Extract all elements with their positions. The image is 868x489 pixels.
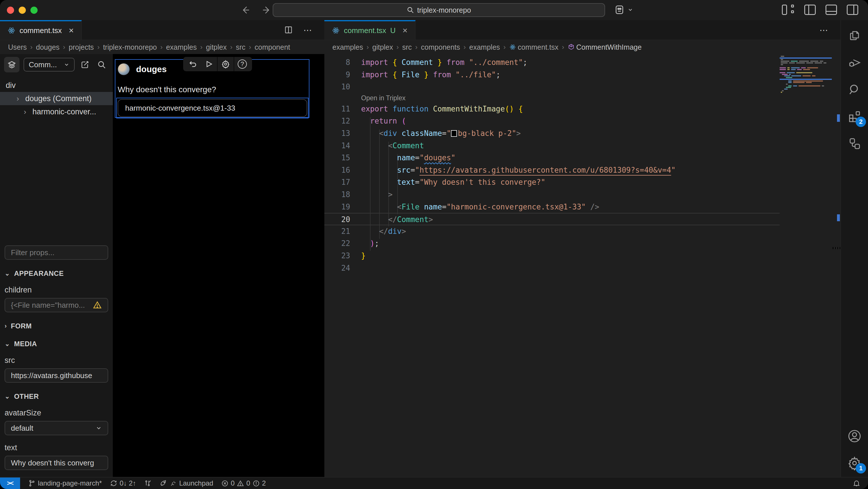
search-icon[interactable] bbox=[845, 81, 864, 99]
children-prop-input[interactable]: {<File name="harmo... bbox=[5, 298, 108, 312]
breadcrumb-item[interactable]: Users bbox=[8, 43, 27, 51]
settings-gear-icon[interactable]: 1 bbox=[845, 454, 864, 472]
code-line-13[interactable]: 13 <div className="bg-black p-2"> bbox=[324, 127, 780, 140]
search-icon[interactable] bbox=[95, 58, 108, 71]
breadcrumb-item[interactable]: components bbox=[421, 43, 460, 51]
section-other[interactable]: ⌄OTHER bbox=[0, 393, 113, 401]
breadcrumb-item[interactable]: src bbox=[402, 43, 412, 51]
tab-comment-tsx-left[interactable]: comment.tsx × bbox=[0, 20, 82, 40]
breadcrumb-item[interactable]: examples bbox=[166, 43, 197, 51]
maximize-window-button[interactable] bbox=[30, 7, 38, 14]
tree-item-div[interactable]: div bbox=[0, 79, 113, 92]
tab-comment-tsx-right[interactable]: comment.tsx U × bbox=[324, 20, 415, 40]
file-chip[interactable]: harmonic-convergence.tsx@1-33 bbox=[118, 99, 307, 117]
code-lens-open-in-triplex[interactable]: Open in Triplex bbox=[324, 93, 780, 103]
line-number: 16 bbox=[324, 164, 350, 176]
run-debug-icon[interactable] bbox=[845, 53, 864, 72]
layers-button[interactable] bbox=[4, 57, 20, 73]
split-editor-icon[interactable] bbox=[284, 25, 293, 34]
right-breadcrumb[interactable]: examples›gitplex›src›components›examples… bbox=[324, 40, 840, 54]
code-line-8[interactable]: 8import { Comment } from "../comment"; bbox=[324, 56, 780, 69]
minimize-window-button[interactable] bbox=[19, 7, 26, 14]
code-line-18[interactable]: 18 > bbox=[324, 189, 780, 201]
left-breadcrumb[interactable]: Users›douges›projects›triplex-monorepo›e… bbox=[0, 40, 324, 54]
breadcrumb-item[interactable]: gitplex bbox=[372, 43, 393, 51]
help-icon[interactable]: ? bbox=[234, 57, 250, 71]
breadcrumb-item[interactable]: examples bbox=[332, 43, 363, 51]
code-line-12[interactable]: 12 return ( bbox=[324, 115, 780, 127]
code-line-24[interactable]: 24 bbox=[324, 262, 780, 275]
customize-layout-icon[interactable] bbox=[782, 5, 795, 15]
toggle-panel-icon[interactable] bbox=[826, 5, 837, 15]
tree-item-harmonic-conver-[interactable]: ›harmonic-conver... bbox=[0, 105, 113, 118]
code-line-20[interactable]: 20 </Comment> bbox=[324, 213, 780, 225]
toggle-secondary-sidebar-icon[interactable] bbox=[847, 5, 858, 15]
title-bar: triplex-monorepo bbox=[0, 0, 868, 20]
breadcrumb-item[interactable]: examples bbox=[469, 43, 500, 51]
src-prop-input[interactable]: https://avatars.githubuse bbox=[5, 368, 108, 383]
breadcrumb-item[interactable]: projects bbox=[69, 43, 94, 51]
filter-props-input[interactable]: Filter props... bbox=[5, 246, 108, 260]
tune-item[interactable] bbox=[144, 480, 152, 487]
remote-indicator[interactable]: >< bbox=[0, 478, 20, 489]
code-line-23[interactable]: 23} bbox=[324, 250, 780, 262]
breadcrumb-item-symbol[interactable]: CommentWithImage bbox=[568, 43, 642, 51]
profile-menu[interactable] bbox=[614, 4, 633, 16]
breadcrumb-item[interactable]: component bbox=[255, 43, 290, 51]
section-appearance[interactable]: ⌄APPEARANCE bbox=[0, 269, 113, 278]
minimap[interactable] bbox=[780, 54, 832, 146]
more-actions-icon[interactable]: ⋯ bbox=[819, 25, 829, 35]
settings-icon[interactable] bbox=[218, 57, 234, 71]
breadcrumb-separator: › bbox=[367, 43, 369, 51]
breadcrumb-item[interactable]: triplex-monorepo bbox=[103, 43, 157, 51]
extensions-icon[interactable]: 2 bbox=[845, 108, 864, 126]
code-line-17[interactable]: 17 text="Why doesn't this converge?" bbox=[324, 176, 780, 189]
left-tab-bar: comment.tsx × ⋯ bbox=[0, 20, 324, 40]
code-line-19[interactable]: 19 <File name="harmonic-convergence.tsx@… bbox=[324, 201, 780, 213]
close-tab-icon[interactable]: × bbox=[402, 26, 408, 35]
preview-canvas[interactable]: douges Why doesn't this converge? harmon… bbox=[113, 54, 324, 477]
overview-ruler[interactable] bbox=[832, 54, 840, 477]
breadcrumb-item[interactable]: gitplex bbox=[206, 43, 226, 51]
command-center-search[interactable]: triplex-monorepo bbox=[273, 3, 605, 17]
component-select[interactable]: Comm... bbox=[24, 58, 74, 71]
forward-icon[interactable] bbox=[262, 5, 272, 15]
tree-item-douges-comment-[interactable]: ›douges (Comment) bbox=[0, 92, 113, 105]
account-icon[interactable] bbox=[845, 427, 864, 445]
code-line-10[interactable]: 10 bbox=[324, 81, 780, 93]
code-line-9[interactable]: 9import { File } from "../file"; bbox=[324, 69, 780, 81]
toggle-sidebar-icon[interactable] bbox=[804, 5, 816, 15]
problems-item[interactable]: 0 0 2 bbox=[221, 479, 266, 487]
undo-icon[interactable] bbox=[185, 57, 201, 71]
code-line-14[interactable]: 14 <Comment bbox=[324, 140, 780, 152]
git-sync-item[interactable]: 0↓ 2↑ bbox=[110, 479, 136, 487]
text-prop-input[interactable]: Why doesn't this converg bbox=[5, 456, 108, 470]
breadcrumb-item[interactable]: douges bbox=[36, 43, 59, 51]
color-swatch[interactable] bbox=[451, 130, 457, 137]
close-tab-icon[interactable]: × bbox=[69, 26, 74, 35]
code-line-22[interactable]: 22 ); bbox=[324, 237, 780, 250]
section-form[interactable]: ›FORM bbox=[0, 322, 113, 330]
left-editor-group: comment.tsx × ⋯ Users›douges›projects›tr… bbox=[0, 20, 324, 477]
launchpad-item[interactable]: Launchpad bbox=[160, 479, 213, 487]
section-media[interactable]: ⌄MEDIA bbox=[0, 340, 113, 348]
explorer-icon[interactable] bbox=[845, 26, 864, 45]
play-icon[interactable] bbox=[201, 57, 217, 71]
avatar-size-select[interactable]: default bbox=[5, 421, 108, 435]
code-line-21[interactable]: 21 </div> bbox=[324, 225, 780, 238]
code-line-15[interactable]: 15 name="douges" bbox=[324, 152, 780, 164]
hierarchy-icon[interactable] bbox=[845, 135, 864, 153]
close-window-button[interactable] bbox=[7, 7, 14, 14]
breadcrumb-item-file[interactable]: comment.tsx bbox=[509, 43, 559, 51]
chevron-right-icon[interactable]: › bbox=[22, 108, 28, 116]
more-actions-icon[interactable]: ⋯ bbox=[303, 25, 313, 35]
git-branch-item[interactable]: landing-page-march* bbox=[28, 479, 102, 487]
breadcrumb-item[interactable]: src bbox=[236, 43, 245, 51]
back-icon[interactable] bbox=[241, 5, 250, 15]
notifications-bell-icon[interactable] bbox=[852, 479, 861, 487]
new-file-icon[interactable] bbox=[79, 58, 91, 71]
code-line-11[interactable]: 11export function CommentWithImage() { bbox=[324, 103, 780, 115]
code-editor[interactable]: 8import { Comment } from "../comment";9i… bbox=[324, 54, 840, 477]
code-line-16[interactable]: 16 src="https://avatars.githubuserconten… bbox=[324, 164, 780, 176]
chevron-right-icon[interactable]: › bbox=[15, 94, 21, 103]
